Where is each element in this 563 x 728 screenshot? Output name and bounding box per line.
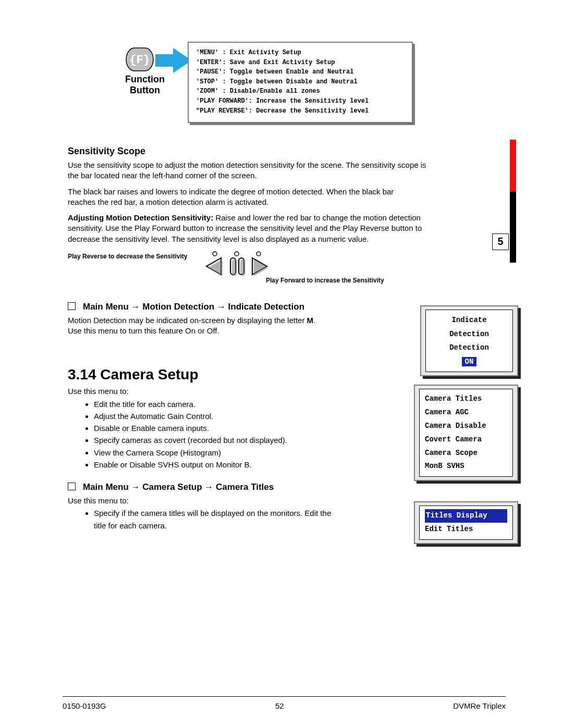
menu-item: Camera Scope [425,447,507,460]
checkbox-icon [68,302,76,310]
svg-marker-1 [155,48,192,73]
indicate-detection-path: Main Menu → Motion Detection → Indicate … [83,302,304,312]
f-key-glyph: {F} [129,54,150,67]
menu-item: Covert Camera [425,433,507,447]
f-key-icon: {F} [125,47,154,72]
menu-item: Edit Titles [425,523,507,536]
function-label-1: Function [125,74,165,84]
play-forward-label: Play Forward to increase the Sensitivity [266,277,384,284]
ind-body1b: M [307,316,314,325]
arrow-right-icon [155,48,192,73]
camera-titles-path: Main Menu → Camera Setup → Camera Titles [83,482,274,492]
adjusting-bold: Adjusting Motion Detection Sensitivity: [68,213,213,222]
svg-rect-8 [240,260,246,276]
svg-point-3 [235,252,239,256]
command-reference-box: 'MENU' : Exit Activity Setup 'ENTER': Sa… [188,42,413,123]
cmd-line: 'ZOOM' : Disable/Enable all zones [196,88,320,95]
footer-center: 52 [275,701,284,710]
indicate-detection-body: Motion Detection may be indicated on-scr… [68,315,328,337]
menu-item-selected: Titles Display [425,509,507,523]
sensitivity-scope-p2: The black bar raises and lowers to indic… [68,187,422,208]
camera-titles-menu: Titles Display Edit Titles [414,501,518,544]
svg-rect-7 [232,260,237,276]
menu-item: Camera AGC [425,406,507,419]
footer-left: 0150-0193G [63,701,106,710]
sensitivity-value-box: 5 [492,233,509,250]
indicate-detection-menu: Indicate Detection Detection ON [420,305,518,376]
sensitivity-scope-p1: Use the sensitivity scope to adjust the … [68,160,433,181]
play-controls-icon [205,250,273,279]
menu-field: Detection [431,341,507,355]
play-controls: Play Reverse to decrease the Sensitivity… [68,250,500,286]
menu-item: Camera Disable [425,419,507,433]
cmd-line: 'PAUSE': Toggle between Enable and Neutr… [196,68,353,76]
sensitivity-scope-bar: 5 [500,140,516,263]
checkbox-icon [68,483,76,490]
menu-item: MonB SVHS [425,460,507,473]
sensitivity-scope-heading: Sensitivity Scope [68,146,500,157]
play-reverse-label: Play Reverse to decrease the Sensitivity [68,253,187,260]
cmd-line: 'MENU' : Exit Activity Setup [196,49,301,56]
function-label-2: Button [130,85,160,95]
menu-value-on: ON [462,357,477,366]
menu-title: Indicate Detection [431,313,507,341]
cmd-line: 'STOP' : Toggle between Disable and Neut… [196,78,358,85]
function-button-row: {F} Function Button 'MENU' : Exit Activi… [68,42,500,125]
footer-rule [63,696,506,697]
ind-body1c: . [313,316,315,325]
scope-red-segment [510,140,516,192]
ind-body1a: Motion Detection may be indicated on-scr… [68,316,307,325]
scope-black-segment [510,192,516,263]
svg-point-4 [256,252,261,256]
camera-titles-bullets: Specify if the camera titles will be dis… [94,507,344,532]
ind-body2: Use this menu to turn this feature On or… [68,326,219,335]
camera-titles-breadcrumb: Main Menu → Camera Setup → Camera Titles [68,482,500,492]
svg-point-2 [213,252,217,256]
menu-item: Camera Titles [425,392,507,406]
list-item: Specify if the camera titles will be dis… [94,507,344,532]
camera-setup-menu: Camera Titles Camera AGC Camera Disable … [414,385,518,481]
page-footer: 0150-0193G 52 DVMRe Triplex [63,701,506,710]
sensitivity-scope-p3: Adjusting Motion Detection Sensitivity: … [68,213,422,244]
footer-right: DVMRe Triplex [453,701,506,710]
cmd-line: 'PLAY FORWARD': Increase the Sensitivity… [196,97,369,105]
cmd-line: 'ENTER': Save and Exit Activity Setup [196,59,335,66]
cmd-line: "PLAY REVERSE': Decrease the Sensitivity… [196,107,369,115]
